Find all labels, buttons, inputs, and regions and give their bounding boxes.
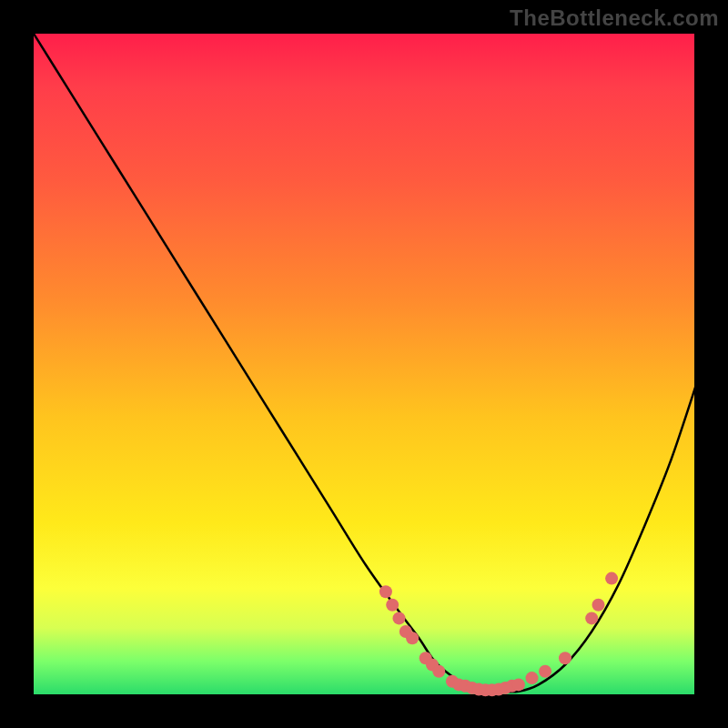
data-marker [393, 612, 406, 624]
data-marker [605, 572, 618, 585]
data-marker [526, 672, 539, 684]
curve-markers [379, 572, 618, 697]
data-marker [386, 599, 399, 612]
data-marker [559, 652, 571, 664]
bottleneck-curve [34, 34, 698, 692]
chart-frame: TheBottleneck.com [0, 0, 728, 728]
data-marker [379, 585, 392, 598]
watermark-text: TheBottleneck.com [510, 5, 719, 31]
curve-layer [34, 34, 698, 698]
data-marker [539, 665, 551, 678]
data-marker [592, 599, 605, 612]
plot-area [32, 32, 696, 696]
data-marker [512, 678, 525, 691]
data-marker [432, 665, 445, 678]
data-marker [585, 612, 598, 624]
data-marker [406, 632, 419, 644]
